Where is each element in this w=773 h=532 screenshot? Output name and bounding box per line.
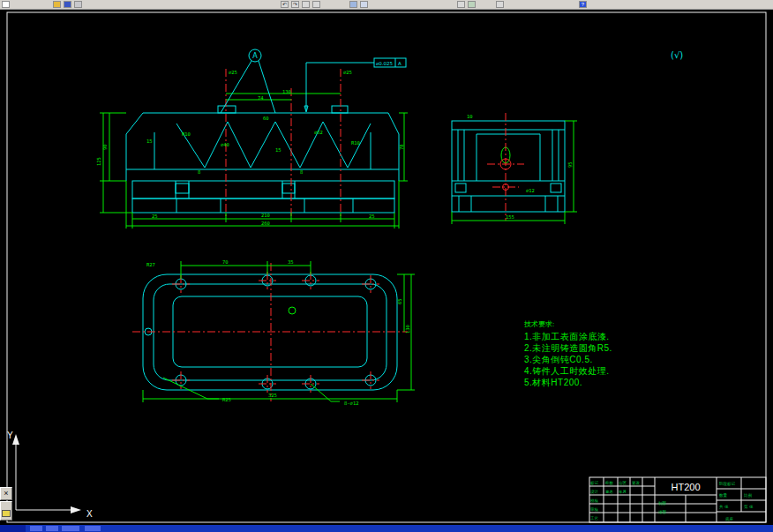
titleblock-cell-label: 描图 xyxy=(657,510,666,514)
top-view-features[interactable] xyxy=(289,307,296,314)
dimension-label: R10 xyxy=(351,140,360,146)
redo-icon[interactable]: ↷ xyxy=(291,1,299,8)
titleblock-cell-label: 共 张 xyxy=(719,505,729,509)
osnap-icon[interactable] xyxy=(457,1,465,8)
open-file-icon[interactable] xyxy=(53,1,61,8)
ortho-icon[interactable] xyxy=(496,1,504,8)
note-line: 5.材料HT200. xyxy=(524,377,612,388)
tolerance-frame[interactable]: ⌀0.025 A xyxy=(304,58,406,112)
ucs-icon: Y X xyxy=(7,431,93,519)
technical-notes: 技术要求: 1.非加工表面涂底漆. 2.未注明铸造圆角R5. 3.尖角倒钝C0.… xyxy=(524,319,612,388)
side-view-centerlines[interactable] xyxy=(487,113,524,221)
dimension-label: ⌀25 xyxy=(229,70,237,75)
dimension-label: ⌀25 xyxy=(343,70,352,75)
datum-marker[interactable]: A xyxy=(221,49,275,113)
titleblock-cell-label: 第 张 xyxy=(744,505,754,509)
status-toggle[interactable] xyxy=(46,526,58,531)
dimension-labels-layer: 9012578210260252574130⌀25⌀25R10⌀4015⌀52R… xyxy=(96,70,573,406)
dimension-label: 125 xyxy=(96,157,101,166)
dimension-label: 65 xyxy=(397,298,402,304)
dimension-label: 74 xyxy=(258,95,264,101)
save-file-icon[interactable] xyxy=(64,1,71,8)
tolerance-value: ⌀0.025 xyxy=(376,61,394,66)
dimension-label: ⌀40 xyxy=(221,142,229,147)
titleblock-cell-label: 分区 xyxy=(619,480,627,485)
material-label: HT200 xyxy=(671,482,700,492)
titleblock-cell-label: 设计 xyxy=(590,489,599,494)
titleblock-cell-label: 标记 xyxy=(589,480,599,486)
layers-icon[interactable] xyxy=(349,1,357,8)
titleblock-cell-label: 更改 xyxy=(632,480,641,485)
dimension-label: R25 xyxy=(222,397,231,402)
dimension-label: ⌀12 xyxy=(526,188,535,193)
dimension-label: 60 xyxy=(263,116,269,121)
dimension-label: 8 xyxy=(198,169,200,175)
dimension-label: 25 xyxy=(152,214,158,219)
mini-toolbar-close-button[interactable]: × xyxy=(0,487,12,500)
note-line: 2.未注明铸造圆角R5. xyxy=(524,342,612,354)
dimension-label: 130 xyxy=(282,89,291,94)
status-bar xyxy=(0,525,773,532)
status-toggle[interactable] xyxy=(85,526,101,531)
note-line: 1.非加工表面涂底漆. xyxy=(524,331,612,342)
mini-layer-button[interactable] xyxy=(0,501,12,521)
dimension-label: 78 xyxy=(399,144,404,150)
dimension-label: 325 xyxy=(268,393,277,398)
dimension-label: 155 xyxy=(506,214,514,220)
titleblock-cell-label: 比例 xyxy=(744,493,753,498)
dimension-label: 10 xyxy=(467,114,473,119)
titleblock-cell-label: 阶段标记 xyxy=(719,481,736,487)
layer-color-chip-icon xyxy=(2,510,11,517)
titleblock-cell-label: 制图 xyxy=(658,501,666,506)
help-icon[interactable]: ? xyxy=(579,1,587,8)
dimension-label: 25 xyxy=(369,214,375,219)
notes-title: 技术要求: xyxy=(524,319,612,329)
title-block[interactable]: HT200 标记处数分区更改设计签名年月校核审核工艺制图描图阶段标记数量比例共 … xyxy=(589,477,766,522)
dimension-label: 90 xyxy=(102,144,108,150)
new-file-icon[interactable] xyxy=(2,1,10,8)
titleblock-cell-label: 年月 xyxy=(619,490,627,494)
top-toolbar: ↶ ↷ ? xyxy=(0,0,773,10)
titleblock-cell-label: 签名 xyxy=(605,490,613,494)
tolerance-datum: A xyxy=(398,61,402,66)
pan-icon[interactable] xyxy=(302,1,310,8)
application-window: ↶ ↷ ? xyxy=(0,0,773,532)
dimension-label: 260 xyxy=(261,221,270,226)
zoom-icon[interactable] xyxy=(312,1,320,8)
cad-drawing[interactable]: A ⌀0.025 A xyxy=(0,10,773,525)
ucs-y-label: Y xyxy=(7,431,13,440)
dimension-label: 15 xyxy=(275,147,281,153)
dimension-label: R27 xyxy=(146,262,155,267)
grid-icon[interactable] xyxy=(468,1,476,8)
dimension-label: 8 xyxy=(300,169,303,175)
titleblock-cell-label: 工艺 xyxy=(590,515,599,521)
dimension-label: ⌀52 xyxy=(314,130,323,135)
undo-icon[interactable]: ↶ xyxy=(281,1,289,8)
print-icon[interactable] xyxy=(74,1,82,8)
dimension-label: 210 xyxy=(261,213,270,218)
side-view[interactable] xyxy=(452,121,565,212)
titleblock-cell-label: 审核 xyxy=(590,507,599,512)
front-view[interactable] xyxy=(126,106,399,213)
surface-finish-mark: (√) xyxy=(671,50,683,60)
drawing-frame xyxy=(7,12,766,522)
dimension-label: 35 xyxy=(288,259,294,265)
note-line: 3.尖角倒钝C0.5. xyxy=(524,354,612,365)
titleblock-cell-label: 数量 xyxy=(719,493,728,498)
titleblock-cell-label: 处数 xyxy=(605,480,614,485)
status-toggle[interactable] xyxy=(30,526,42,531)
dimension-label: 70 xyxy=(222,259,229,265)
dimension-label: 95 xyxy=(567,161,573,168)
dimension-label: 15 xyxy=(146,139,153,144)
datum-label: A xyxy=(252,52,258,60)
dimension-label: R10 xyxy=(182,131,191,137)
dimension-label: 8-⌀12 xyxy=(344,401,359,406)
titleblock-cell-label: 校核 xyxy=(590,498,599,503)
note-line: 4.铸件人工时效处理. xyxy=(524,365,612,377)
status-toggle[interactable] xyxy=(62,526,79,531)
ucs-x-label: X xyxy=(86,509,93,519)
drawing-canvas[interactable]: A ⌀0.025 A xyxy=(0,10,773,525)
titleblock-cell-label: 底座 xyxy=(725,517,734,521)
status-left-block xyxy=(0,525,26,532)
properties-icon[interactable] xyxy=(360,1,368,8)
